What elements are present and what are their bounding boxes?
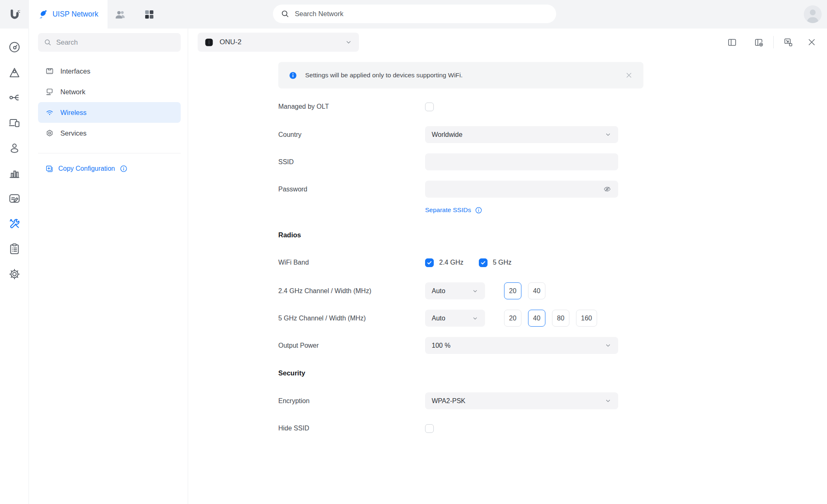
channel-24ghz-row: 2.4 GHz Channel / Width (MHz) Auto 20 40 — [278, 282, 545, 299]
device-selector[interactable]: ONU-2 — [198, 33, 359, 52]
coverage-map-icon[interactable] — [7, 65, 22, 79]
sidebar-nav: Interfaces Network — [38, 61, 181, 143]
password-row: Password — [278, 181, 618, 198]
field-label: Hide SSID — [278, 425, 425, 432]
search-icon — [281, 10, 289, 18]
chevron-down-icon — [345, 38, 352, 46]
clients-icon[interactable] — [7, 141, 22, 155]
chevron-down-icon — [472, 315, 478, 322]
banner-close-icon[interactable] — [625, 71, 633, 79]
people-icon[interactable] — [110, 0, 130, 29]
width-40-button[interactable]: 40 — [528, 310, 545, 327]
ssid-input[interactable] — [425, 153, 618, 170]
info-banner: Settings will be applied only to devices… — [278, 62, 643, 88]
width-20-button[interactable]: 20 — [504, 282, 521, 299]
sidebar-item-interfaces[interactable]: Interfaces — [38, 61, 181, 81]
password-input[interactable] — [425, 181, 618, 198]
ssid-row: SSID — [278, 153, 618, 170]
width-80-button[interactable]: 80 — [552, 310, 569, 327]
crm-icon[interactable] — [7, 191, 22, 205]
sidebar-item-label: Wireless — [60, 109, 86, 117]
output-power-select[interactable]: 100 % — [425, 337, 618, 354]
country-select[interactable]: Worldwide — [425, 126, 618, 143]
width-40-button[interactable]: 40 — [528, 282, 545, 299]
devices-icon[interactable] — [7, 116, 22, 130]
encryption-value: WPA2-PSK — [432, 397, 466, 405]
field-label: Password — [278, 186, 425, 193]
managed-by-olt-checkbox[interactable] — [425, 103, 434, 111]
device-name: ONU-2 — [220, 38, 241, 46]
width-160-button[interactable]: 160 — [576, 310, 597, 327]
copy-plus-icon — [45, 165, 54, 173]
hide-ssid-row: Hide SSID — [278, 420, 434, 437]
sidebar-item-label: Interfaces — [60, 67, 90, 75]
copy-configuration-button[interactable]: Copy Configuration — [38, 159, 181, 179]
band-5ghz-checkbox[interactable] — [479, 258, 488, 267]
app-grid-icon[interactable] — [139, 0, 159, 29]
country-row: Country Worldwide — [278, 126, 618, 143]
field-label: WiFi Band — [278, 259, 425, 266]
info-circle-icon[interactable] — [120, 165, 128, 173]
banner-text: Settings will be applied only to devices… — [305, 72, 463, 79]
channel-5ghz-row: 5 GHz Channel / Width (MHz) Auto 20 40 8… — [278, 310, 597, 327]
country-value: Worldwide — [432, 131, 462, 139]
topology-icon[interactable] — [7, 91, 22, 105]
wifi-band-row: WiFi Band 2.4 GHz 5 GHz — [278, 254, 511, 271]
tab-uisp-network[interactable]: UISP Network — [29, 0, 108, 29]
radios-heading: Radios — [278, 231, 301, 239]
width-20-button[interactable]: 20 — [504, 310, 521, 327]
settings-gear-icon[interactable] — [7, 267, 22, 281]
close-icon[interactable] — [806, 37, 817, 48]
chevron-down-icon — [605, 342, 612, 349]
dashboard-gauge-icon[interactable] — [7, 40, 22, 54]
output-power-value: 100 % — [432, 342, 450, 349]
sidebar-search-input[interactable] — [56, 38, 175, 46]
field-label: 2.4 GHz Channel / Width (MHz) — [278, 287, 425, 295]
device-icon — [204, 38, 214, 47]
sidebar-search — [38, 33, 181, 52]
chevron-down-icon — [605, 131, 612, 138]
width-5ghz-group: 20 40 80 160 — [504, 310, 597, 327]
sidebar-divider — [38, 153, 181, 153]
hide-ssid-checkbox[interactable] — [425, 424, 434, 433]
field-label: Encryption — [278, 397, 425, 405]
network-nodes-icon — [45, 87, 54, 96]
field-label: Output Power — [278, 342, 425, 349]
panel-header-actions — [727, 36, 817, 48]
logs-icon[interactable] — [7, 242, 22, 256]
topbar: UISP Network — [0, 0, 827, 29]
satellite-dish-icon — [38, 10, 48, 19]
channel-24ghz-select[interactable]: Auto — [425, 282, 485, 299]
header-divider — [773, 36, 774, 48]
uisp-logo-icon[interactable] — [0, 0, 29, 29]
chevron-down-icon — [472, 288, 478, 294]
avatar[interactable] — [804, 5, 822, 23]
global-search-input[interactable] — [295, 10, 548, 18]
band-24ghz-checkbox[interactable] — [425, 258, 434, 267]
split-view-add-icon[interactable] — [753, 37, 764, 48]
channel-24ghz-value: Auto — [432, 287, 445, 295]
managed-by-olt-row: Managed by OLT — [278, 98, 434, 115]
tools-icon[interactable] — [7, 217, 22, 231]
ethernet-port-icon — [45, 67, 54, 76]
separate-ssids-link[interactable]: Separate SSIDs — [425, 206, 483, 214]
field-label: 5 GHz Channel / Width (MHz) — [278, 315, 425, 322]
sidebar-item-wireless[interactable]: Wireless — [38, 102, 181, 123]
encryption-select[interactable]: WPA2-PSK — [425, 392, 618, 409]
band-24ghz-label: 2.4 GHz — [439, 259, 464, 266]
search-icon — [44, 38, 52, 46]
eye-off-icon[interactable] — [603, 185, 612, 193]
statistics-icon[interactable] — [7, 166, 22, 180]
wifi-icon — [45, 108, 54, 117]
main-panel: ONU-2 — [188, 29, 827, 504]
field-label: Managed by OLT — [278, 103, 425, 110]
channel-5ghz-value: Auto — [432, 315, 445, 322]
collapse-window-icon[interactable] — [783, 37, 794, 48]
sidebar-item-services[interactable]: Services — [38, 123, 181, 143]
split-view-icon[interactable] — [727, 37, 737, 48]
security-heading: Security — [278, 369, 305, 377]
info-circle-icon[interactable] — [475, 206, 483, 214]
sidebar-item-label: Network — [60, 88, 86, 96]
sidebar-item-network[interactable]: Network — [38, 81, 181, 102]
channel-5ghz-select[interactable]: Auto — [425, 310, 485, 327]
